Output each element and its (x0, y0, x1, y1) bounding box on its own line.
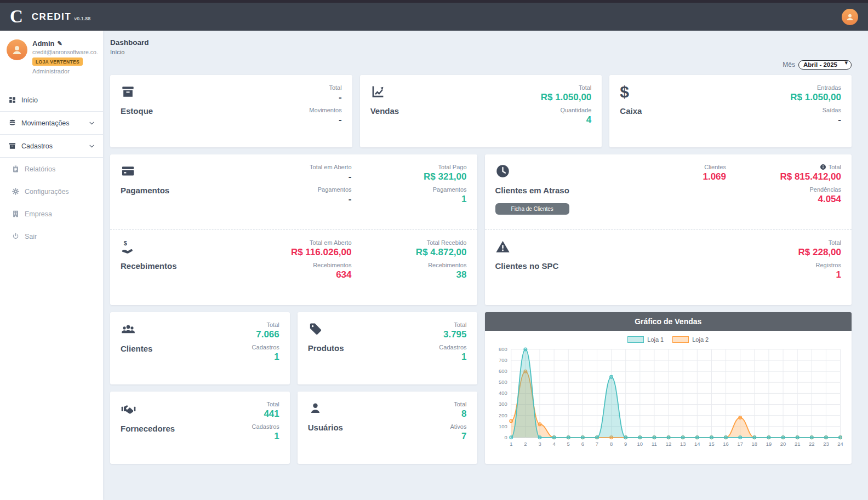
card-title: Clientes (121, 344, 152, 353)
card-pagamentos-recebimentos: Pagamentos Total em Aberto - Pagamentos … (110, 154, 477, 305)
stat-value: 441 (264, 409, 279, 419)
card-produtos: Produtos Total 3.795 Cadastros 1 (298, 312, 477, 384)
ficha-de-clientes-button[interactable]: Ficha de Clientes (495, 203, 569, 215)
card-fornecedores: Fornecedores Total 441 Cadastros 1 (110, 392, 290, 464)
svg-text:16: 16 (723, 441, 728, 447)
users-icon (121, 321, 152, 337)
svg-text:12: 12 (665, 441, 671, 447)
profile-avatar (7, 39, 27, 60)
legend-item[interactable]: Loja 2 (672, 336, 709, 343)
stat-label: Total (820, 164, 841, 170)
stat-label: Recebimentos (428, 262, 466, 268)
chart-line-icon (370, 84, 399, 99)
sidebar-item-label: Relatórios (25, 165, 55, 173)
chart-legend: Loja 1Loja 2 (492, 336, 846, 343)
card-title: Vendas (370, 106, 399, 116)
card-title: Recebimentos (121, 261, 177, 271)
power-icon (11, 232, 20, 240)
archive-box-icon (8, 142, 16, 150)
svg-text:14: 14 (694, 441, 700, 447)
profile-block: Admin ✎ credit@anronsoftware.co... LOJA … (0, 31, 103, 81)
card-clientes: Clientes Total 7.066 Cadastros 1 (110, 312, 290, 384)
card-title: Usuários (308, 423, 343, 432)
svg-text:600: 600 (499, 368, 507, 374)
clipboard-icon (11, 165, 20, 173)
stat-label: Movimentos (309, 107, 341, 113)
svg-text:24: 24 (837, 441, 843, 447)
tag-icon (308, 321, 344, 336)
app-name: CREDIT (32, 12, 71, 22)
stat-value: 634 (336, 269, 351, 280)
stat-value: R$ 1.050,00 (790, 92, 841, 103)
profile-email: credit@anronsoftware.co... (32, 49, 98, 55)
gear-icon (11, 187, 20, 196)
sidebar-item-label: Sair (25, 233, 37, 240)
svg-text:18: 18 (751, 441, 757, 447)
svg-text:8: 8 (609, 441, 612, 447)
svg-text:17: 17 (737, 441, 743, 447)
summary-row: Estoque Total - Movimentos - Vendas (110, 75, 852, 147)
sidebar-item-label: Início (21, 96, 38, 104)
dashboard-grid-icon (8, 96, 16, 104)
stat-label: Pendências (810, 186, 842, 193)
stat-label: Pagamentos (433, 186, 467, 193)
stat-value: 7 (461, 431, 466, 442)
sidebar-item-configuracoes[interactable]: Configurações (0, 180, 103, 203)
svg-text:11: 11 (652, 441, 657, 447)
building-icon (11, 210, 20, 218)
sidebar-item-movimentacoes[interactable]: Movimentações (0, 111, 103, 135)
handshake-icon (121, 401, 175, 417)
stat-label: Cadastros (252, 344, 279, 350)
stat-label: Total Pago (438, 164, 467, 170)
stat-label: Clientes (704, 164, 726, 170)
stat-value: R$ 116.026,00 (291, 247, 352, 258)
stat-value: R$ 815.412,00 (780, 171, 841, 182)
svg-text:0: 0 (504, 434, 507, 440)
stat-value: R$ 1.050,00 (541, 92, 592, 103)
store-badge: LOJA VERTENTES (32, 58, 83, 66)
stat-value: 1.069 (703, 171, 726, 182)
profile-role: Administrador (32, 68, 98, 74)
svg-text:5: 5 (567, 441, 569, 447)
month-select-wrap: Abril - 2025 (798, 59, 852, 70)
recebimentos-section: $ Recebimentos Total em Aberto R$ 116.02… (110, 230, 477, 305)
card-title: Produtos (308, 343, 344, 353)
stat-value: 1 (274, 431, 279, 442)
card-clientes-atraso-spc: Clientes em Atraso Ficha de Clientes Cli… (485, 154, 852, 305)
stat-label: Ativos (450, 423, 467, 430)
card-title: Fornecedores (121, 424, 175, 433)
sidebar-item-relatorios[interactable]: Relatórios (0, 158, 103, 180)
mini-cards-grid: Clientes Total 7.066 Cadastros 1 Pro (110, 312, 477, 464)
stat-label: Quantidade (560, 107, 591, 113)
sidebar-item-label: Movimentações (21, 119, 70, 127)
svg-text:15: 15 (709, 441, 714, 447)
stat-label: Registros (816, 262, 841, 268)
user-avatar-button[interactable] (842, 9, 858, 25)
svg-text:6: 6 (581, 441, 584, 447)
sidebar-item-cadastros[interactable]: Cadastros (0, 135, 103, 158)
sidebar-item-label: Configurações (25, 188, 69, 196)
app-version: v0.1.88 (74, 16, 90, 21)
sidebar-item-sair[interactable]: Sair (0, 225, 103, 248)
chevron-down-icon (88, 142, 95, 150)
svg-text:19: 19 (766, 441, 771, 447)
month-select[interactable]: Abril - 2025 (798, 60, 852, 70)
legend-item[interactable]: Loja 1 (627, 336, 664, 343)
sidebar-item-inicio[interactable]: Início (0, 89, 103, 111)
svg-text:23: 23 (823, 441, 829, 447)
sidebar-item-empresa[interactable]: Empresa (0, 203, 103, 225)
svg-text:300: 300 (499, 401, 507, 407)
user-icon (308, 401, 343, 416)
svg-text:100: 100 (499, 423, 507, 429)
stat-label: Total (454, 321, 466, 328)
card-vendas: Vendas Total R$ 1.050,00 Quantidade 4 (360, 75, 602, 147)
edit-profile-icon[interactable]: ✎ (57, 40, 62, 47)
person-icon (10, 43, 24, 56)
clock-icon (495, 164, 569, 179)
stat-label: Pagamentos (318, 186, 352, 193)
card-usuarios: Usuários Total 8 Ativos 7 (298, 392, 477, 464)
page-title: Dashboard (110, 38, 852, 47)
svg-text:22: 22 (809, 441, 814, 447)
svg-text:9: 9 (624, 441, 627, 447)
stat-label: Total (267, 321, 279, 328)
